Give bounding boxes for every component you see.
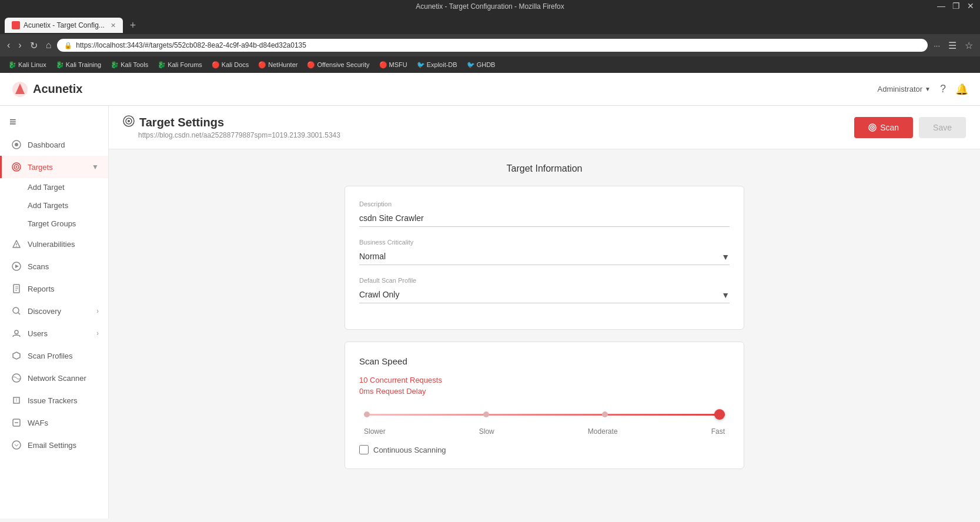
target-settings-icon (123, 115, 135, 130)
home-button[interactable]: ⌂ (44, 39, 54, 52)
bookmark-offensive-security[interactable]: 🔴 Offensive Security (303, 60, 373, 70)
sidebar-item-network-scanner[interactable]: Network Scanner (0, 367, 108, 389)
browser-title-bar: Acunetix - Target Configuration - Mozill… (0, 0, 980, 13)
save-button[interactable]: Save (919, 117, 966, 138)
admin-dropdown[interactable]: Administrator ▼ (878, 85, 931, 93)
speed-label-slower: Slower (364, 427, 386, 436)
sidebar-item-discovery[interactable]: Discovery › (0, 300, 108, 322)
new-tab-button[interactable]: + (123, 16, 143, 35)
business-criticality-wrapper: Normal High Medium Low ▼ (359, 248, 730, 265)
speed-label-fast: Fast (711, 427, 725, 436)
description-input[interactable] (359, 210, 730, 227)
scan-button-icon (868, 123, 877, 132)
menu-button[interactable]: ··· (931, 40, 942, 51)
bookmark-kali-training[interactable]: 🐉 Kali Training (52, 60, 105, 70)
speed-slider-track (364, 407, 725, 421)
notification-button[interactable]: 🔔 (955, 83, 968, 96)
content-area: Target Settings https://blog.csdn.net/aa… (109, 106, 980, 518)
speed-label-moderate: Moderate (588, 427, 618, 436)
sidebar-sub-add-target[interactable]: Add Target (0, 178, 108, 196)
continuous-scanning-label: Continuous Scanning (373, 446, 446, 454)
sidebar-item-scan-profiles[interactable]: Scan Profiles (0, 344, 108, 367)
sidebar: ≡ Dashboard Targets ▼ Add Target Add Tar… (0, 106, 109, 518)
slider-stop-3 (602, 411, 608, 417)
back-button[interactable]: ‹ (5, 39, 12, 52)
sidebar-label-issue-trackers: Issue Trackers (28, 396, 99, 405)
continuous-scanning-row: Continuous Scanning (359, 445, 730, 454)
description-label: Description (359, 200, 730, 208)
scan-button[interactable]: Scan (854, 117, 913, 138)
sidebar-item-dashboard[interactable]: Dashboard (0, 133, 108, 156)
bookmarks-bar: 🐉 Kali Linux 🐉 Kali Training 🐉 Kali Tool… (0, 56, 980, 73)
maximize-button[interactable]: ❐ (949, 0, 964, 12)
sidebar-item-email-settings[interactable]: Email Settings (0, 434, 108, 456)
sidebar-item-users[interactable]: Users › (0, 322, 108, 344)
bookmark-kali-docs[interactable]: 🔴 Kali Docs (208, 60, 252, 70)
url-text: https://localhost:3443/#/targets/552cb08… (76, 41, 306, 49)
sidebar-label-network-scanner: Network Scanner (28, 374, 99, 383)
page-header-actions: Scan Save (854, 117, 966, 138)
bookmark-icon[interactable]: ☆ (962, 39, 975, 52)
target-info-card: Description Business Criticality Normal … (344, 186, 744, 330)
business-criticality-select[interactable]: Normal High Medium Low (359, 248, 730, 265)
sidebar-label-scans: Scans (28, 262, 99, 271)
sidebar-item-wafs[interactable]: WAFs (0, 411, 108, 434)
bookmark-kali-forums[interactable]: 🐉 Kali Forums (154, 60, 206, 70)
sidebar-item-reports[interactable]: Reports (0, 277, 108, 300)
browser-tab-bar: Acunetix - Target Config... ✕ + (0, 13, 980, 34)
scan-profiles-icon (11, 350, 22, 361)
scan-button-label: Scan (880, 123, 899, 132)
page-title: Target Settings (139, 116, 224, 129)
app-topnav: Acunetix Administrator ▼ ? 🔔 (0, 73, 980, 106)
sidebar-label-wafs: WAFs (28, 419, 99, 427)
sidebar-toggle[interactable]: ≡ (0, 111, 108, 133)
tab-close-icon[interactable]: ✕ (111, 22, 116, 29)
sidebar-item-vulnerabilities[interactable]: Vulnerabilities (0, 233, 108, 255)
bookmark-msfu[interactable]: 🔴 MSFU (376, 60, 411, 70)
discovery-chevron-icon: › (96, 307, 99, 315)
slider-stop-1 (364, 411, 370, 417)
business-criticality-label: Business Criticality (359, 239, 730, 246)
dashboard-icon (11, 139, 22, 150)
sidebar-sub-add-targets[interactable]: Add Targets (0, 196, 108, 215)
sidebar-label-dashboard: Dashboard (28, 140, 99, 149)
bookmark-kali-tools[interactable]: 🐉 Kali Tools (107, 60, 152, 70)
content-body: Target Information Description Business … (109, 149, 980, 495)
slider-labels: Slower Slow Moderate Fast (364, 427, 725, 436)
page-header-left: Target Settings https://blog.csdn.net/aa… (123, 115, 340, 139)
scan-speed-title: Scan Speed (359, 356, 730, 366)
svg-point-2 (15, 143, 18, 146)
forward-button[interactable]: › (16, 39, 24, 52)
slider-thumb[interactable] (714, 409, 725, 420)
add-target-label: Add Target (28, 183, 65, 192)
issue-trackers-icon (11, 395, 22, 406)
continuous-scanning-checkbox[interactable] (359, 445, 369, 454)
minimize-button[interactable]: — (934, 0, 949, 12)
bookmark-nethunter[interactable]: 🔴 NetHunter (255, 60, 301, 70)
target-info-title: Target Information (123, 163, 966, 174)
svg-point-26 (128, 120, 130, 122)
reader-icon[interactable]: ☰ (946, 39, 959, 52)
sidebar-label-discovery: Discovery (28, 307, 91, 316)
sidebar-item-targets[interactable]: Targets ▼ (0, 156, 108, 178)
active-tab[interactable]: Acunetix - Target Config... ✕ (5, 18, 123, 33)
bookmark-exploit-db[interactable]: 🐦 Exploit-DB (413, 60, 461, 70)
bookmark-ghdb[interactable]: 🐦 GHDB (463, 60, 499, 70)
scan-speed-card: Scan Speed 10 Concurrent Requests 0ms Re… (344, 342, 744, 469)
svg-point-17 (15, 330, 18, 334)
address-bar[interactable]: 🔒 https://localhost:3443/#/targets/552cb… (57, 39, 928, 52)
scan-profile-select[interactable]: Crawl Only Full Scan High Risk Vulnerabi… (359, 286, 730, 303)
sidebar-item-scans[interactable]: Scans (0, 255, 108, 277)
users-chevron-icon: › (96, 329, 99, 337)
bookmark-kali-linux[interactable]: 🐉 Kali Linux (5, 60, 50, 70)
slider-fill (364, 414, 725, 416)
vulnerabilities-icon (11, 239, 22, 249)
help-button[interactable]: ? (940, 83, 946, 95)
browser-title: Acunetix - Target Configuration - Mozill… (416, 2, 564, 11)
speed-slider-container: Slower Slow Moderate Fast (359, 407, 730, 436)
lock-icon: 🔒 (64, 42, 72, 49)
sidebar-item-issue-trackers[interactable]: Issue Trackers (0, 389, 108, 411)
refresh-button[interactable]: ↻ (28, 39, 40, 52)
sidebar-sub-target-groups[interactable]: Target Groups (0, 215, 108, 233)
close-button[interactable]: ✕ (964, 0, 978, 12)
